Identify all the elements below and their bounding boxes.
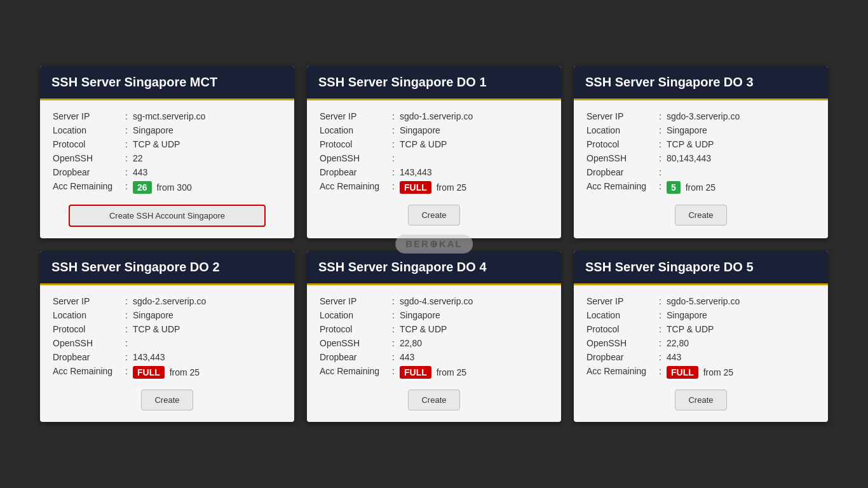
value-acc-remaining: FULL from 25	[398, 364, 550, 381]
card-body-do5: Server IP : sgdo-5.serverip.co Location …	[574, 285, 828, 422]
colon-protocol: :	[388, 322, 398, 336]
card-header-do4: SSH Server Singapore DO 4	[307, 251, 561, 285]
value-protocol: TCP & UDP	[665, 137, 817, 151]
row-server-ip: Server IP : sgdo-2.serverip.co	[51, 294, 283, 308]
colon-dropbear: :	[388, 165, 398, 179]
row-location: Location : Singapore	[318, 123, 550, 137]
label-protocol: Protocol	[585, 322, 655, 336]
server-card-do1: SSH Server Singapore DO 1 Server IP : sg…	[307, 66, 561, 238]
acc-badge-mct: 26	[133, 181, 152, 194]
value-protocol: TCP & UDP	[398, 137, 550, 151]
acc-from-do2: from 25	[170, 367, 200, 377]
create-button-mct[interactable]: Create SSH Account Singapore	[69, 205, 265, 227]
label-dropbear: Dropbear	[51, 165, 121, 179]
value-openssh: 80,143,443	[665, 151, 817, 165]
create-button-do3[interactable]: Create	[675, 205, 726, 226]
label-location: Location	[585, 123, 655, 137]
value-dropbear: 443	[398, 350, 550, 364]
colon-acc-remaining: :	[388, 179, 398, 196]
label-openssh: OpenSSH	[318, 336, 388, 350]
colon-dropbear: :	[121, 165, 132, 179]
server-card-do3: SSH Server Singapore DO 3 Server IP : sg…	[574, 66, 828, 238]
row-dropbear: Dropbear : 143,443	[51, 350, 283, 364]
server-card-do5: SSH Server Singapore DO 5 Server IP : sg…	[574, 251, 828, 422]
create-button-do1[interactable]: Create	[408, 205, 459, 226]
value-acc-remaining: FULL from 25	[132, 364, 283, 381]
acc-from-mct: from 300	[156, 182, 191, 193]
value-openssh: 22	[132, 151, 283, 165]
label-dropbear: Dropbear	[51, 350, 121, 364]
colon-location: :	[388, 308, 398, 322]
colon-protocol: :	[655, 137, 665, 151]
row-acc-remaining: Acc Remaining : FULL from 25	[585, 364, 817, 381]
label-location: Location	[318, 308, 388, 322]
row-location: Location : Singapore	[51, 123, 283, 137]
row-acc-remaining: Acc Remaining : 26 from 300	[51, 179, 283, 196]
info-table-do2: Server IP : sgdo-2.serverip.co Location …	[51, 294, 283, 381]
label-acc-remaining: Acc Remaining	[51, 179, 121, 196]
colon-acc-remaining: :	[655, 364, 665, 381]
main-container: SSH Server Singapore MCT Server IP : sg-…	[27, 47, 841, 441]
label-protocol: Protocol	[585, 137, 655, 151]
label-protocol: Protocol	[51, 137, 121, 151]
row-protocol: Protocol : TCP & UDP	[318, 137, 550, 151]
label-server-ip: Server IP	[318, 294, 388, 308]
colon-server-ip: :	[388, 109, 398, 123]
value-acc-remaining: FULL from 25	[398, 179, 550, 196]
card-header-do5: SSH Server Singapore DO 5	[574, 251, 828, 285]
label-dropbear: Dropbear	[318, 165, 388, 179]
create-button-do5[interactable]: Create	[675, 390, 726, 410]
label-server-ip: Server IP	[585, 294, 655, 308]
colon-dropbear: :	[655, 165, 665, 179]
row-openssh: OpenSSH : 22,80	[318, 336, 550, 350]
acc-badge-do4: FULL	[400, 366, 431, 379]
colon-openssh: :	[655, 151, 665, 165]
server-card-do4: SSH Server Singapore DO 4 Server IP : sg…	[307, 251, 561, 422]
value-server-ip: sgdo-2.serverip.co	[132, 294, 283, 308]
label-server-ip: Server IP	[318, 109, 388, 123]
colon-server-ip: :	[655, 294, 665, 308]
value-location: Singapore	[665, 308, 817, 322]
acc-badge-do5: FULL	[667, 366, 698, 379]
row-protocol: Protocol : TCP & UDP	[585, 322, 817, 336]
colon-location: :	[388, 123, 398, 137]
value-acc-remaining: 26 from 300	[132, 179, 283, 196]
colon-location: :	[121, 123, 132, 137]
label-server-ip: Server IP	[51, 109, 121, 123]
acc-from-do1: from 25	[437, 182, 466, 193]
value-server-ip: sgdo-5.serverip.co	[665, 294, 817, 308]
card-body-do2: Server IP : sgdo-2.serverip.co Location …	[40, 285, 294, 422]
card-body-do1: Server IP : sgdo-1.serverip.co Location …	[307, 100, 561, 237]
value-dropbear: 143,443	[132, 350, 283, 364]
row-location: Location : Singapore	[318, 308, 550, 322]
row-dropbear: Dropbear : 443	[318, 350, 550, 364]
row-server-ip: Server IP : sgdo-5.serverip.co	[585, 294, 817, 308]
label-openssh: OpenSSH	[585, 336, 655, 350]
acc-badge-do3: 5	[667, 181, 681, 194]
row-openssh: OpenSSH : 80,143,443	[585, 151, 817, 165]
acc-from-do5: from 25	[703, 367, 733, 377]
value-server-ip: sgdo-3.serverip.co	[665, 109, 817, 123]
card-body-do3: Server IP : sgdo-3.serverip.co Location …	[574, 100, 828, 237]
create-button-do2[interactable]: Create	[141, 390, 193, 410]
row-openssh: OpenSSH :	[51, 336, 283, 350]
label-location: Location	[318, 123, 388, 137]
colon-dropbear: :	[655, 350, 665, 364]
row-location: Location : Singapore	[585, 308, 817, 322]
card-header-mct: SSH Server Singapore MCT	[40, 66, 294, 100]
label-openssh: OpenSSH	[51, 151, 121, 165]
server-grid: SSH Server Singapore MCT Server IP : sg-…	[40, 66, 828, 422]
create-button-do4[interactable]: Create	[408, 390, 459, 410]
colon-protocol: :	[388, 137, 398, 151]
colon-acc-remaining: :	[121, 364, 132, 381]
label-dropbear: Dropbear	[585, 350, 655, 364]
colon-server-ip: :	[388, 294, 398, 308]
label-protocol: Protocol	[318, 137, 388, 151]
card-body-do4: Server IP : sgdo-4.serverip.co Location …	[307, 285, 561, 422]
row-location: Location : Singapore	[585, 123, 817, 137]
label-protocol: Protocol	[51, 322, 121, 336]
value-openssh: 22,80	[398, 336, 550, 350]
colon-openssh: :	[121, 151, 132, 165]
row-location: Location : Singapore	[51, 308, 283, 322]
label-acc-remaining: Acc Remaining	[51, 364, 121, 381]
